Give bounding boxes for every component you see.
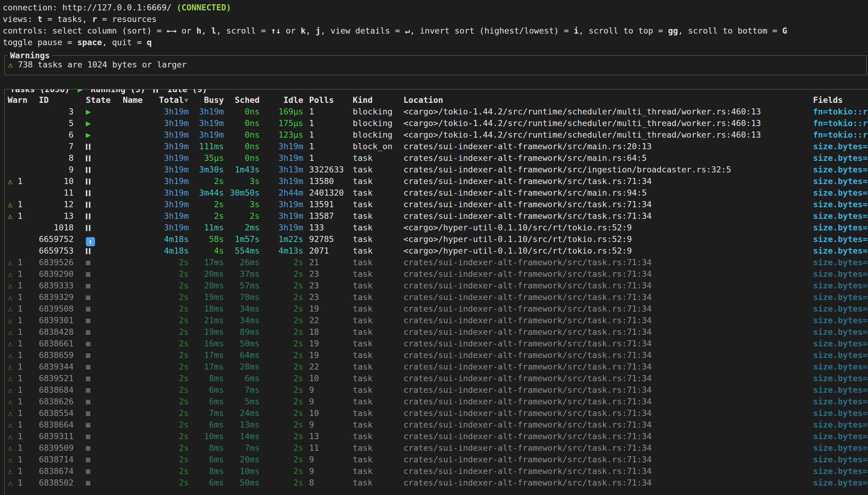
cell-polls: 11 xyxy=(309,442,353,454)
task-table: WarnIDStateNameTotal▿BusySchedIdlePollsK… xyxy=(4,89,868,489)
task-row[interactable]: ⚠ 168385542s7ms24ms2s10taskcrates/sui-in… xyxy=(7,407,868,419)
task-row[interactable]: ⚠ 168393332s20ms57ms2s23taskcrates/sui-i… xyxy=(7,280,868,291)
column-header-name[interactable]: Name xyxy=(123,94,156,106)
cell-location: crates/sui-indexer-alt-framework/src/tas… xyxy=(403,303,805,314)
task-row[interactable]: ⚠ 168384282s19ms89ms2s18taskcrates/sui-i… xyxy=(7,326,868,338)
cell-idle: 2s xyxy=(260,407,303,419)
task-row[interactable]: ⚠ 168393442s17ms28ms2s22taskcrates/sui-i… xyxy=(7,361,868,373)
cell-warn: ⚠ 1 xyxy=(7,349,39,361)
column-header-location[interactable]: Location xyxy=(403,94,805,106)
task-row[interactable]: 66597534m18s4s554ms4m13s2071task<cargo>/… xyxy=(7,245,868,257)
task-row[interactable]: 93h19m3m30s1m43s3h13m3322633taskcrates/s… xyxy=(7,164,868,175)
task-row[interactable]: ⚠ 168386842s6ms7ms2s9taskcrates/sui-inde… xyxy=(7,384,868,396)
task-row[interactable]: ⚠ 168387142s6ms20ms2s9taskcrates/sui-ind… xyxy=(7,454,868,465)
idle-icon xyxy=(86,188,92,198)
task-row[interactable]: ⚠ 168395212s8ms6ms2s10taskcrates/sui-ind… xyxy=(7,373,868,384)
task-row[interactable]: 73h19m111ms0ns3h19m1block_oncrates/sui-i… xyxy=(7,141,868,152)
cell-kind: task xyxy=(353,407,403,419)
cell-fields: size.bytes= xyxy=(813,454,868,465)
cell-total: 3h19m xyxy=(156,187,189,199)
task-row[interactable]: ⚠ 168392902s20ms37ms2s23taskcrates/sui-i… xyxy=(7,268,868,280)
task-row[interactable]: 113h19m3m44s30m50s2h44m2401320taskcrates… xyxy=(7,187,868,199)
cell-sched: 554ms xyxy=(224,245,260,257)
task-row[interactable]: 6▶3h19m3h19m0ns123µs1blocking<cargo>/tok… xyxy=(7,129,868,141)
completed-icon xyxy=(86,434,90,439)
column-header-fields[interactable]: Fields xyxy=(813,94,868,106)
column-header-polls[interactable]: Polls xyxy=(309,94,353,106)
cell-sched: 2ms xyxy=(224,222,260,234)
cell-fields: size.bytes= xyxy=(813,431,868,442)
tasks-panel-title: Tasks (2056) ▶ Running (3) Idle (9) xyxy=(7,89,213,95)
cell-state xyxy=(86,164,123,175)
task-row[interactable]: ⚠ 168395262s17ms26ms2s21taskcrates/sui-i… xyxy=(7,257,868,268)
cell-location: crates/sui-indexer-alt-framework/src/tas… xyxy=(403,280,805,291)
task-row[interactable]: ⚠ 168386262s6ms5ms2s9taskcrates/sui-inde… xyxy=(7,396,868,407)
warning-icon: ⚠ xyxy=(7,431,13,441)
cell-name xyxy=(123,477,156,489)
column-header-id[interactable]: ID xyxy=(39,94,73,106)
task-row[interactable]: ⚠ 1103h19m2s3s3h19m13580taskcrates/sui-i… xyxy=(7,175,868,187)
connection-url: connection: http://127.0.0.1:6669/ xyxy=(3,3,177,12)
cell-total: 3h19m xyxy=(156,175,189,187)
task-row[interactable]: ⚠ 168393012s21ms34ms2s22taskcrates/sui-i… xyxy=(7,314,868,326)
help-header: connection: http://127.0.0.1:6669/ (CONN… xyxy=(0,0,868,48)
cell-busy: 2s xyxy=(189,210,224,222)
task-row[interactable]: ⚠ 168386742s8ms10ms2s9taskcrates/sui-ind… xyxy=(7,465,868,477)
cell-location: crates/sui-indexer-alt-framework/src/mai… xyxy=(403,187,805,199)
controls-line-2: toggle pause = space, quit = q xyxy=(3,37,868,48)
cell-busy: 8ms xyxy=(189,442,224,454)
cell-id: 10 xyxy=(39,175,73,187)
task-row[interactable]: ⚠ 1133h19m2s2s3h19m13587taskcrates/sui-i… xyxy=(7,210,868,222)
task-row[interactable]: ⚠ 168395082s18ms34ms2s19taskcrates/sui-i… xyxy=(7,303,868,314)
cell-name xyxy=(123,396,156,407)
task-row[interactable]: ⚠ 168393112s10ms14ms2s13taskcrates/sui-i… xyxy=(7,431,868,442)
column-header-total[interactable]: Total▿ xyxy=(156,94,189,106)
task-row[interactable]: ⚠ 168386612s16ms50ms2s19taskcrates/sui-i… xyxy=(7,338,868,349)
column-header-sched[interactable]: Sched xyxy=(224,94,260,106)
task-row[interactable]: 10183h19m11ms2ms3h19m133task<cargo>/hype… xyxy=(7,222,868,234)
cell-warn xyxy=(7,118,39,129)
cell-polls: 19 xyxy=(309,349,353,361)
task-row[interactable]: ⚠ 168393292s19ms78ms2s23taskcrates/sui-i… xyxy=(7,291,868,303)
cell-busy: 11ms xyxy=(189,222,224,234)
cell-location: crates/sui-indexer-alt-framework/src/tas… xyxy=(403,373,805,384)
task-row[interactable]: ⚠ 168386642s6ms13ms2s9taskcrates/sui-ind… xyxy=(7,419,868,431)
cell-warn: ⚠ 1 xyxy=(7,257,39,268)
column-header-state[interactable]: State xyxy=(86,94,123,106)
text-segment: controls: select column (sort) = xyxy=(3,26,166,35)
warning-icon: ⚠ xyxy=(7,315,13,325)
cell-fields: size.bytes= xyxy=(813,280,868,291)
task-row[interactable]: 83h19m35µs0ns3h19m1taskcrates/sui-indexe… xyxy=(7,152,868,164)
cell-id: 6838554 xyxy=(39,407,73,419)
task-row[interactable]: 3▶3h19m3h19m0ns169µs1blocking<cargo>/tok… xyxy=(7,106,868,118)
task-row[interactable]: ⚠ 168385022s6ms50ms2s8taskcrates/sui-ind… xyxy=(7,477,868,489)
task-row[interactable]: 6659752↑4m18s58s1m57s1m22s92785task<carg… xyxy=(7,234,868,245)
cell-location: <cargo>/hyper-util-0.1.10/src/rt/tokio.r… xyxy=(403,234,805,245)
cell-name xyxy=(123,314,156,326)
cell-warn xyxy=(7,141,39,152)
cell-name xyxy=(123,384,156,396)
cell-polls: 10 xyxy=(309,407,353,419)
warning-icon: ⚠ xyxy=(7,420,13,429)
cell-total: 2s xyxy=(156,291,189,303)
cell-kind: task xyxy=(353,234,403,245)
cell-warn: ⚠ 1 xyxy=(7,314,39,326)
task-row[interactable]: ⚠ 168386592s17ms64ms2s19taskcrates/sui-i… xyxy=(7,349,868,361)
cell-state: ↑ xyxy=(86,234,123,245)
cell-kind: task xyxy=(353,349,403,361)
cell-warn: ⚠ 1 xyxy=(7,419,39,431)
cell-polls: 9 xyxy=(309,465,353,477)
column-header-warn[interactable]: Warn xyxy=(7,94,39,106)
task-row[interactable]: ⚠ 1123h19m2s3s3h19m13591taskcrates/sui-i… xyxy=(7,199,868,210)
column-header-busy[interactable]: Busy xyxy=(189,94,224,106)
task-row[interactable]: ⚠ 168395092s8ms7ms2s11taskcrates/sui-ind… xyxy=(7,442,868,454)
warning-icon: ⚠ xyxy=(7,211,13,221)
column-header-kind[interactable]: Kind xyxy=(353,94,403,106)
cell-idle: 3h19m xyxy=(260,141,303,152)
cell-kind: task xyxy=(353,361,403,373)
column-header-idle[interactable]: Idle xyxy=(260,94,303,106)
cell-idle: 2h44m xyxy=(260,187,303,199)
cell-polls: 9 xyxy=(309,384,353,396)
cell-busy: 20ms xyxy=(189,268,224,280)
task-row[interactable]: 5▶3h19m3h19m0ns175µs1blocking<cargo>/tok… xyxy=(7,118,868,129)
